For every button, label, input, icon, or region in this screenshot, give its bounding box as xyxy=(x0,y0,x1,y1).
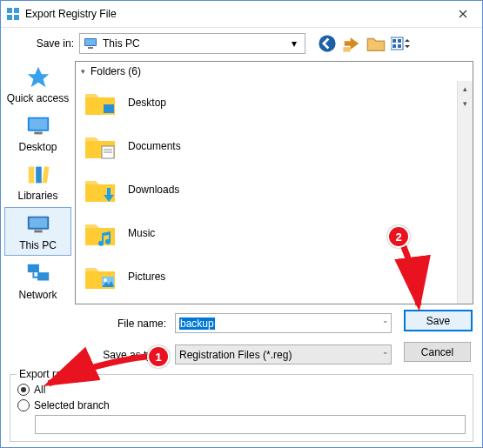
folder-icon xyxy=(83,259,117,294)
folder-icon xyxy=(83,85,117,120)
svg-rect-23 xyxy=(27,264,38,272)
cancel-button[interactable]: Cancel xyxy=(404,342,471,362)
svg-rect-10 xyxy=(392,39,396,43)
export-range-title: Export range xyxy=(17,368,82,380)
place-this-pc[interactable]: This PC xyxy=(4,207,71,256)
svg-rect-2 xyxy=(7,15,12,20)
svg-rect-0 xyxy=(7,8,12,13)
item-name: Music xyxy=(128,227,155,239)
scrollbar[interactable]: ▴ ▾ xyxy=(457,81,473,304)
svg-rect-1 xyxy=(14,8,19,13)
list-item[interactable]: Music xyxy=(83,211,457,255)
star-icon xyxy=(25,64,51,90)
chevron-down-icon: ▾ xyxy=(287,37,301,50)
svg-rect-21 xyxy=(29,218,47,228)
file-name-value: backup xyxy=(179,318,215,330)
place-label: Network xyxy=(18,289,57,301)
radio-button-icon xyxy=(17,399,30,411)
svg-rect-15 xyxy=(29,119,47,130)
file-fields: File name: backup ⌄ Save Save as type: R… xyxy=(1,304,482,372)
back-icon[interactable] xyxy=(318,34,337,53)
item-name: Pictures xyxy=(128,271,165,283)
svg-rect-17 xyxy=(28,167,34,184)
folder-group-header[interactable]: ▾ Folders (6) xyxy=(76,62,473,81)
item-name: Documents xyxy=(128,140,181,152)
radio-all[interactable]: All xyxy=(17,384,466,396)
export-range-group: Export range All Selected branch xyxy=(10,374,473,442)
selected-branch-input[interactable] xyxy=(35,415,466,434)
place-libraries[interactable]: Libraries xyxy=(5,158,70,205)
file-list-pane: ▾ Folders (6) Desktop Documents Downloa xyxy=(75,61,473,304)
save-button[interactable]: Save xyxy=(404,310,473,331)
radio-all-label: All xyxy=(34,384,45,396)
svg-rect-19 xyxy=(42,166,49,183)
list-item[interactable]: Desktop xyxy=(83,81,457,124)
svg-rect-24 xyxy=(37,272,49,280)
svg-rect-11 xyxy=(398,39,401,43)
svg-rect-3 xyxy=(14,15,19,20)
place-network[interactable]: Network xyxy=(5,257,70,304)
desktop-icon xyxy=(25,113,51,139)
save-in-toolbar: Save in: This PC ▾ xyxy=(1,28,482,56)
save-in-label: Save in: xyxy=(8,37,79,50)
registry-icon xyxy=(6,7,20,21)
group-label: Folders (6) xyxy=(91,65,141,77)
new-folder-icon[interactable] xyxy=(366,34,386,53)
place-label: Desktop xyxy=(18,141,57,153)
svg-rect-13 xyxy=(398,44,401,48)
scroll-up-icon[interactable]: ▴ xyxy=(458,81,473,96)
network-icon xyxy=(25,261,51,287)
svg-point-7 xyxy=(319,35,335,51)
item-name: Desktop xyxy=(128,97,166,109)
close-button[interactable] xyxy=(443,1,482,27)
save-in-combo[interactable]: This PC ▾ xyxy=(79,33,305,54)
item-name: Downloads xyxy=(128,184,179,196)
place-quick-access[interactable]: Quick access xyxy=(5,61,70,108)
svg-rect-12 xyxy=(392,44,396,48)
list-item[interactable]: Pictures xyxy=(83,255,457,298)
window-title: Export Registry File xyxy=(25,8,443,20)
place-desktop[interactable]: Desktop xyxy=(5,110,70,157)
scroll-down-icon[interactable]: ▾ xyxy=(458,96,473,110)
svg-rect-22 xyxy=(34,231,42,233)
folder-icon xyxy=(83,129,117,164)
list-item[interactable]: Documents xyxy=(83,124,457,168)
file-list[interactable]: Desktop Documents Downloads Music xyxy=(76,81,473,304)
folder-icon xyxy=(83,216,117,251)
up-one-level-icon[interactable] xyxy=(342,34,361,53)
svg-rect-6 xyxy=(88,47,93,49)
svg-rect-8 xyxy=(343,47,350,52)
chevron-down-icon[interactable]: ⌄ xyxy=(382,316,389,324)
file-name-label: File name: xyxy=(1,318,175,330)
titlebar: Export Registry File xyxy=(1,1,482,28)
save-in-value: This PC xyxy=(103,37,287,50)
this-pc-icon xyxy=(25,211,51,237)
save-as-type-value: Registration Files (*.reg) xyxy=(179,349,292,361)
save-as-type-combo[interactable]: Registration Files (*.reg) ⌄ xyxy=(175,344,392,364)
radio-selected-branch[interactable]: Selected branch xyxy=(17,399,466,411)
file-name-input[interactable]: backup ⌄ xyxy=(175,313,392,333)
folder-icon xyxy=(83,172,117,207)
places-bar: Quick access Desktop Libraries This PC N… xyxy=(1,56,75,304)
chevron-down-icon[interactable]: ⌄ xyxy=(382,347,389,356)
chevron-down-icon: ▾ xyxy=(81,67,85,76)
save-as-type-label: Save as type: xyxy=(1,349,175,361)
radio-button-icon xyxy=(17,384,30,396)
svg-rect-16 xyxy=(34,132,42,135)
svg-rect-18 xyxy=(36,167,42,184)
export-registry-dialog: Export Registry File Save in: This PC ▾ … xyxy=(0,0,483,448)
this-pc-icon xyxy=(84,37,97,50)
place-label: Libraries xyxy=(17,190,57,202)
svg-point-30 xyxy=(104,278,107,282)
libraries-icon xyxy=(25,162,51,188)
view-menu-icon[interactable] xyxy=(391,34,410,53)
svg-rect-25 xyxy=(104,104,114,113)
svg-rect-5 xyxy=(85,39,96,45)
list-item[interactable]: Downloads xyxy=(83,168,457,211)
radio-selected-branch-label: Selected branch xyxy=(34,399,110,411)
place-label: This PC xyxy=(19,239,57,251)
place-label: Quick access xyxy=(7,92,69,104)
